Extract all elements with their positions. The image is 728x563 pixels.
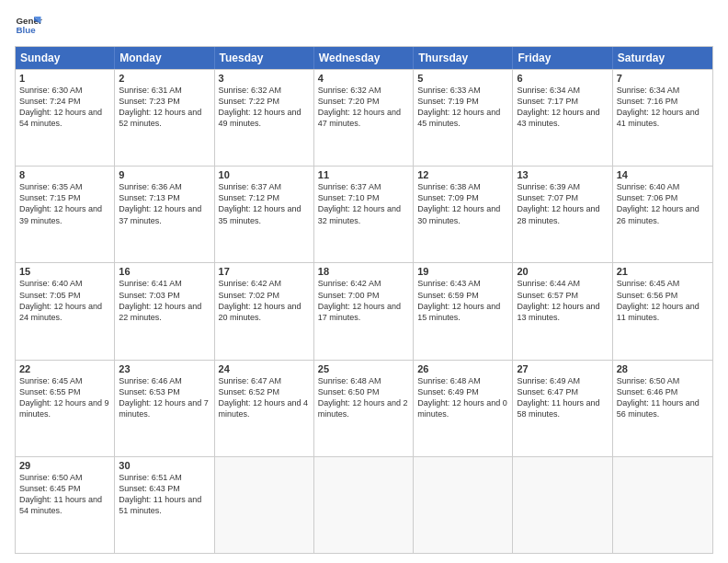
cal-cell: 15Sunrise: 6:40 AM Sunset: 7:05 PM Dayli…	[16, 263, 115, 359]
day-info: Sunrise: 6:37 AM Sunset: 7:12 PM Dayligh…	[219, 181, 310, 226]
day-number: 20	[517, 266, 608, 277]
header-sunday: Sunday	[16, 47, 115, 69]
day-info: Sunrise: 6:42 AM Sunset: 7:00 PM Dayligh…	[318, 278, 409, 323]
day-info: Sunrise: 6:36 AM Sunset: 7:13 PM Dayligh…	[119, 181, 210, 226]
cal-cell: 23Sunrise: 6:46 AM Sunset: 6:53 PM Dayli…	[115, 361, 214, 456]
day-info: Sunrise: 6:50 AM Sunset: 6:46 PM Dayligh…	[617, 375, 709, 420]
day-info: Sunrise: 6:43 AM Sunset: 6:59 PM Dayligh…	[417, 278, 508, 323]
day-number: 7	[617, 73, 709, 84]
cal-cell: 2Sunrise: 6:31 AM Sunset: 7:23 PM Daylig…	[115, 70, 214, 166]
cal-cell: 4Sunrise: 6:32 AM Sunset: 7:20 PM Daylig…	[314, 70, 414, 166]
day-number: 8	[19, 169, 110, 180]
day-number: 28	[617, 363, 709, 374]
cal-cell: 25Sunrise: 6:48 AM Sunset: 6:50 PM Dayli…	[314, 361, 414, 456]
cal-cell: 10Sunrise: 6:37 AM Sunset: 7:12 PM Dayli…	[215, 167, 314, 262]
cal-cell	[613, 457, 712, 553]
cal-cell: 8Sunrise: 6:35 AM Sunset: 7:15 PM Daylig…	[16, 167, 115, 262]
cal-cell: 16Sunrise: 6:41 AM Sunset: 7:03 PM Dayli…	[115, 263, 214, 359]
calendar-header: Sunday Monday Tuesday Wednesday Thursday…	[16, 47, 712, 69]
header-monday: Monday	[115, 47, 214, 69]
day-number: 10	[219, 169, 310, 180]
header-thursday: Thursday	[414, 47, 513, 69]
cal-cell: 27Sunrise: 6:49 AM Sunset: 6:47 PM Dayli…	[513, 361, 612, 456]
day-number: 11	[318, 169, 409, 180]
day-info: Sunrise: 6:41 AM Sunset: 7:03 PM Dayligh…	[119, 278, 210, 323]
cal-cell: 19Sunrise: 6:43 AM Sunset: 6:59 PM Dayli…	[414, 263, 513, 359]
day-number: 25	[318, 363, 409, 374]
calendar-body: 1Sunrise: 6:30 AM Sunset: 7:24 PM Daylig…	[16, 69, 712, 553]
header-friday: Friday	[513, 47, 612, 69]
day-info: Sunrise: 6:33 AM Sunset: 7:19 PM Dayligh…	[417, 85, 508, 130]
cal-cell: 29Sunrise: 6:50 AM Sunset: 6:45 PM Dayli…	[16, 457, 115, 553]
cal-cell: 11Sunrise: 6:37 AM Sunset: 7:10 PM Dayli…	[314, 167, 414, 262]
cal-cell: 20Sunrise: 6:44 AM Sunset: 6:57 PM Dayli…	[513, 263, 612, 359]
day-number: 23	[119, 363, 210, 374]
cal-cell: 3Sunrise: 6:32 AM Sunset: 7:22 PM Daylig…	[215, 70, 314, 166]
cal-cell	[215, 457, 314, 553]
day-info: Sunrise: 6:47 AM Sunset: 6:52 PM Dayligh…	[219, 375, 310, 420]
cal-cell	[513, 457, 612, 553]
day-info: Sunrise: 6:39 AM Sunset: 7:07 PM Dayligh…	[517, 181, 608, 226]
day-info: Sunrise: 6:32 AM Sunset: 7:22 PM Dayligh…	[219, 85, 310, 130]
day-number: 27	[517, 363, 608, 374]
day-info: Sunrise: 6:46 AM Sunset: 6:53 PM Dayligh…	[119, 375, 210, 420]
svg-text:Blue: Blue	[17, 25, 37, 35]
day-info: Sunrise: 6:48 AM Sunset: 6:49 PM Dayligh…	[417, 375, 508, 420]
calendar-row: 29Sunrise: 6:50 AM Sunset: 6:45 PM Dayli…	[16, 456, 712, 553]
cal-cell: 13Sunrise: 6:39 AM Sunset: 7:07 PM Dayli…	[513, 167, 612, 262]
day-number: 29	[19, 460, 110, 471]
calendar-page: General Blue Sunday Monday Tuesday Wedne…	[0, 0, 728, 563]
day-info: Sunrise: 6:37 AM Sunset: 7:10 PM Dayligh…	[318, 181, 409, 226]
cal-cell: 17Sunrise: 6:42 AM Sunset: 7:02 PM Dayli…	[215, 263, 314, 359]
calendar-row: 8Sunrise: 6:35 AM Sunset: 7:15 PM Daylig…	[16, 166, 712, 262]
day-number: 5	[417, 73, 508, 84]
cal-cell: 28Sunrise: 6:50 AM Sunset: 6:46 PM Dayli…	[613, 361, 712, 456]
day-info: Sunrise: 6:44 AM Sunset: 6:57 PM Dayligh…	[517, 278, 608, 323]
cal-cell: 12Sunrise: 6:38 AM Sunset: 7:09 PM Dayli…	[414, 167, 513, 262]
header-tuesday: Tuesday	[215, 47, 314, 69]
day-info: Sunrise: 6:40 AM Sunset: 7:06 PM Dayligh…	[617, 181, 709, 226]
day-info: Sunrise: 6:40 AM Sunset: 7:05 PM Dayligh…	[19, 278, 110, 323]
day-info: Sunrise: 6:45 AM Sunset: 6:56 PM Dayligh…	[617, 278, 709, 323]
day-number: 22	[19, 363, 110, 374]
day-number: 14	[617, 169, 709, 180]
day-number: 30	[119, 460, 210, 471]
calendar-row: 1Sunrise: 6:30 AM Sunset: 7:24 PM Daylig…	[16, 69, 712, 166]
cal-cell: 21Sunrise: 6:45 AM Sunset: 6:56 PM Dayli…	[613, 263, 712, 359]
cal-cell: 6Sunrise: 6:34 AM Sunset: 7:17 PM Daylig…	[513, 70, 612, 166]
day-number: 16	[119, 266, 210, 277]
day-number: 1	[19, 73, 110, 84]
day-info: Sunrise: 6:34 AM Sunset: 7:16 PM Dayligh…	[617, 85, 709, 130]
cal-cell: 5Sunrise: 6:33 AM Sunset: 7:19 PM Daylig…	[414, 70, 513, 166]
logo-icon: General Blue	[15, 11, 42, 39]
day-info: Sunrise: 6:51 AM Sunset: 6:43 PM Dayligh…	[119, 472, 210, 517]
day-info: Sunrise: 6:34 AM Sunset: 7:17 PM Dayligh…	[517, 85, 608, 130]
day-number: 2	[119, 73, 210, 84]
day-number: 21	[617, 266, 709, 277]
header-wednesday: Wednesday	[314, 47, 414, 69]
cal-cell: 1Sunrise: 6:30 AM Sunset: 7:24 PM Daylig…	[16, 70, 115, 166]
day-number: 13	[517, 169, 608, 180]
day-number: 17	[219, 266, 310, 277]
calendar-row: 15Sunrise: 6:40 AM Sunset: 7:05 PM Dayli…	[16, 262, 712, 359]
day-number: 26	[417, 363, 508, 374]
day-number: 18	[318, 266, 409, 277]
calendar-row: 22Sunrise: 6:45 AM Sunset: 6:55 PM Dayli…	[16, 360, 712, 456]
cal-cell: 22Sunrise: 6:45 AM Sunset: 6:55 PM Dayli…	[16, 361, 115, 456]
day-info: Sunrise: 6:50 AM Sunset: 6:45 PM Dayligh…	[19, 472, 110, 517]
cal-cell: 18Sunrise: 6:42 AM Sunset: 7:00 PM Dayli…	[314, 263, 414, 359]
day-info: Sunrise: 6:38 AM Sunset: 7:09 PM Dayligh…	[417, 181, 508, 226]
cal-cell: 30Sunrise: 6:51 AM Sunset: 6:43 PM Dayli…	[115, 457, 214, 553]
day-info: Sunrise: 6:35 AM Sunset: 7:15 PM Dayligh…	[19, 181, 110, 226]
calendar: Sunday Monday Tuesday Wednesday Thursday…	[15, 46, 713, 554]
day-number: 6	[517, 73, 608, 84]
day-info: Sunrise: 6:45 AM Sunset: 6:55 PM Dayligh…	[19, 375, 110, 420]
cal-cell: 9Sunrise: 6:36 AM Sunset: 7:13 PM Daylig…	[115, 167, 214, 262]
day-number: 4	[318, 73, 409, 84]
day-number: 9	[119, 169, 210, 180]
cal-cell: 7Sunrise: 6:34 AM Sunset: 7:16 PM Daylig…	[613, 70, 712, 166]
day-number: 15	[19, 266, 110, 277]
cal-cell	[414, 457, 513, 553]
day-info: Sunrise: 6:48 AM Sunset: 6:50 PM Dayligh…	[318, 375, 409, 420]
day-info: Sunrise: 6:30 AM Sunset: 7:24 PM Dayligh…	[19, 85, 110, 130]
